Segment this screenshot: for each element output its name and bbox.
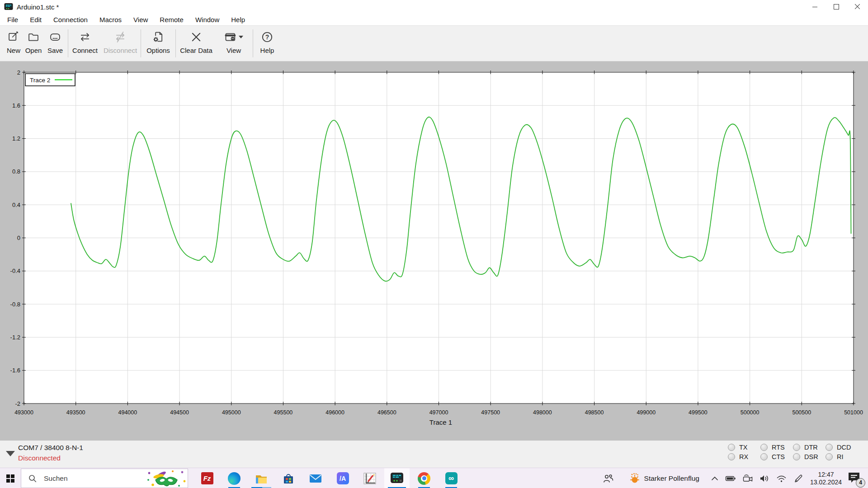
maximize-icon	[834, 4, 839, 9]
new-button[interactable]: New	[4, 26, 24, 61]
notification-badge: 4	[856, 478, 865, 488]
edge-icon	[228, 472, 241, 485]
connection-status: Disconnected	[18, 454, 61, 462]
close-button[interactable]	[847, 0, 868, 14]
rts-led	[760, 444, 768, 451]
windows-taskbar: Fz /A ∞ Starker Pollenflug 12:47 13.02.2…	[0, 468, 868, 488]
open-button[interactable]: Open	[24, 26, 43, 61]
menu-connection[interactable]: Connection	[47, 14, 94, 25]
taskbar-app-plot-editor[interactable]	[357, 468, 382, 488]
svg-text:1.2: 1.2	[12, 135, 20, 142]
tray-chevron-up-icon[interactable]	[710, 474, 719, 483]
connect-button[interactable]: Connect	[69, 26, 101, 61]
weather-widget[interactable]: Starker Pollenflug	[629, 473, 699, 484]
svg-text:-2: -2	[15, 400, 20, 407]
search-input[interactable]	[43, 474, 122, 483]
taskbar-app-microsoft-store[interactable]	[276, 468, 301, 488]
file-explorer-icon	[255, 472, 268, 485]
taskbar-app-mail[interactable]	[303, 468, 328, 488]
maximize-button[interactable]	[826, 0, 847, 14]
taskbar-app-serial-chart-active[interactable]	[384, 468, 410, 488]
svg-text:493000: 493000	[14, 409, 33, 416]
svg-text:-0.4: -0.4	[10, 267, 20, 274]
carnival-mask-decoration	[146, 469, 186, 488]
menu-window[interactable]: Window	[189, 14, 225, 25]
menu-help[interactable]: Help	[225, 14, 251, 25]
status-bar: COM7 / 38400 8-N-1 Disconnected TX RTS D…	[0, 441, 868, 468]
filezilla-icon: Fz	[201, 472, 213, 484]
view-button[interactable]: View	[216, 26, 252, 61]
taskbar-app-arduino[interactable]: ∞	[439, 468, 464, 488]
chart-legend: Trace 2	[25, 74, 75, 86]
toolbar: New Open Save Connect Disconnect Options…	[0, 26, 868, 61]
serial-led-indicators: TX RTS DTR DCD RX CTS DSR RI	[728, 444, 858, 460]
menu-remote[interactable]: Remote	[154, 14, 189, 25]
microsoft-store-icon	[282, 472, 295, 485]
menu-macros[interactable]: Macros	[94, 14, 127, 25]
menu-bar: File Edit Connection Macros View Remote …	[0, 14, 868, 26]
mail-icon	[309, 472, 322, 485]
help-button[interactable]: ? Help	[254, 26, 280, 61]
svg-text:497500: 497500	[481, 409, 500, 416]
meet-now-camera-icon[interactable]	[742, 473, 753, 484]
svg-text:-0.8: -0.8	[10, 301, 20, 308]
tx-led	[728, 444, 735, 451]
taskbar-app-filezilla[interactable]: Fz	[194, 468, 220, 488]
wifi-icon[interactable]	[776, 473, 787, 484]
chart-panel: 4930004935004940004945004950004955004960…	[0, 61, 868, 441]
window-title: Arduino1.stc *	[17, 3, 59, 11]
toolbar-separator	[141, 29, 141, 57]
taskbar-clock[interactable]: 12:47 13.02.2024	[810, 471, 842, 486]
dcd-label: DCD	[837, 444, 851, 451]
svg-text:499500: 499500	[689, 409, 708, 416]
menu-edit[interactable]: Edit	[24, 14, 47, 25]
trace-plot: 4930004935004940004945004950004955004960…	[0, 61, 868, 441]
options-button[interactable]: Options	[142, 26, 175, 61]
svg-text:0.4: 0.4	[12, 202, 20, 208]
taskbar-app-file-explorer[interactable]	[249, 468, 274, 488]
minimize-button[interactable]	[804, 0, 826, 14]
svg-text:500000: 500000	[741, 409, 760, 416]
save-button[interactable]: Save	[43, 26, 67, 61]
svg-text:2: 2	[17, 69, 20, 76]
pen-icon[interactable]	[793, 473, 804, 484]
svg-text:0.8: 0.8	[12, 168, 20, 175]
svg-text:494500: 494500	[170, 409, 189, 416]
taskbar-search[interactable]	[21, 469, 188, 488]
open-folder-icon	[27, 31, 40, 43]
cts-label: CTS	[772, 453, 785, 460]
toolbar-separator	[175, 29, 176, 57]
disconnect-icon	[114, 31, 127, 43]
menu-view[interactable]: View	[127, 14, 154, 25]
save-icon	[49, 31, 61, 43]
tx-label: TX	[739, 444, 748, 451]
rx-label: RX	[739, 453, 748, 460]
notification-center-button[interactable]: 4	[847, 471, 863, 486]
dtr-led	[793, 444, 800, 451]
start-button[interactable]	[0, 468, 21, 488]
status-expander-icon[interactable]	[6, 451, 15, 456]
close-icon	[854, 4, 860, 10]
taskbar-app-chrome[interactable]	[411, 468, 437, 488]
svg-text:1.6: 1.6	[12, 102, 20, 109]
disconnect-button[interactable]: Disconnect	[101, 26, 140, 61]
slash-a-app-icon: /A	[337, 472, 349, 484]
windows-logo-icon	[6, 474, 14, 483]
view-dropdown-caret	[239, 36, 243, 38]
options-icon	[152, 31, 165, 43]
ri-led	[826, 453, 833, 460]
taskbar-app-slash-a[interactable]: /A	[330, 468, 355, 488]
battery-icon[interactable]	[725, 473, 736, 484]
speaker-icon[interactable]	[759, 473, 770, 484]
svg-text:496000: 496000	[326, 409, 344, 416]
svg-text:496500: 496500	[377, 409, 396, 416]
menu-file[interactable]: File	[1, 14, 24, 25]
dsr-label: DSR	[804, 453, 818, 460]
rts-label: RTS	[772, 444, 785, 451]
people-icon[interactable]	[602, 473, 614, 484]
toolbar-separator	[253, 29, 253, 57]
clock-date: 13.02.2024	[810, 479, 842, 486]
taskbar-app-edge[interactable]	[222, 468, 247, 488]
clear-data-button[interactable]: Clear Data	[177, 26, 216, 61]
weather-text: Starker Pollenflug	[644, 474, 699, 483]
